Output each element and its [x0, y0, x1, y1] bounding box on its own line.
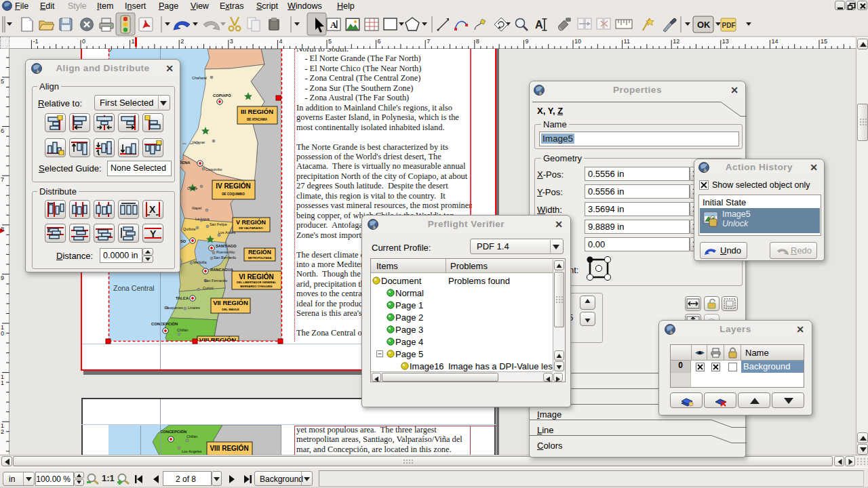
- svg-text:A: A: [330, 20, 337, 30]
- svg-text:OK: OK: [697, 20, 711, 30]
- svg-text:Chillán: Chillán: [186, 434, 197, 439]
- svg-text:PDF: PDF: [722, 22, 736, 29]
- svg-text:VIII REGIÓN: VIII REGIÓN: [210, 444, 248, 452]
- svg-text:A: A: [535, 19, 543, 30]
- svg-text:X: X: [149, 204, 156, 215]
- svg-text:Los Angeles: Los Angeles: [182, 449, 202, 453]
- svg-text:CONCEPCIÓN: CONCEPCIÓN: [160, 429, 186, 434]
- svg-text:Y: Y: [150, 228, 157, 239]
